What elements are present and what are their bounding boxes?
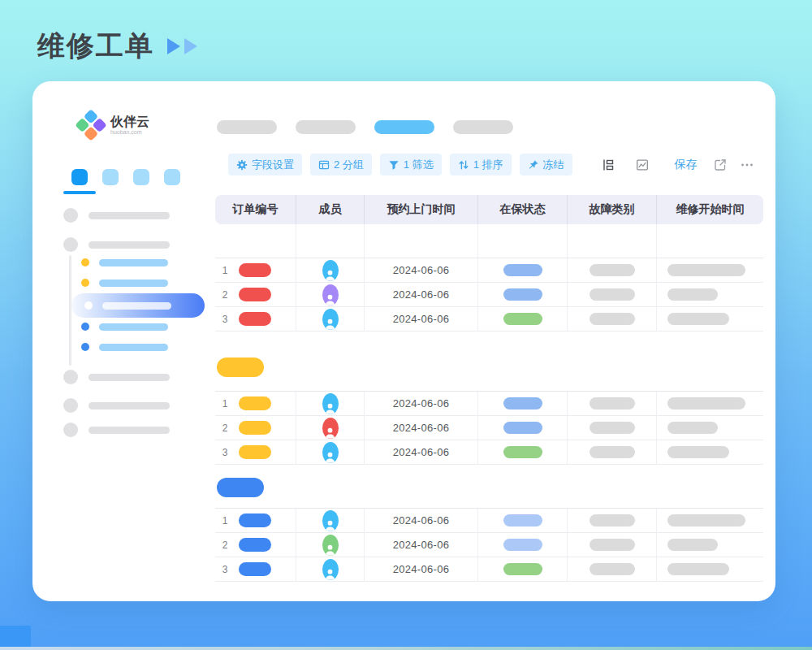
sidebar-skeleton-item	[63, 370, 170, 384]
sidebar-tab-2[interactable]	[102, 169, 119, 185]
main-area: 字段设置2 分组1 筛选1 排序冻结 保存 订单编号成员预约上门时间在保状态故障…	[215, 81, 763, 601]
member-avatar	[322, 260, 339, 281]
column-header[interactable]: 预约上门时间	[365, 195, 478, 224]
sidebar: 伙伴云 huoban.com	[32, 81, 215, 601]
brand-logo[interactable]: 伙伴云 huoban.com	[80, 114, 149, 136]
table-row[interactable]: 32024-06-06	[215, 557, 763, 582]
cell-warranty-status	[478, 509, 568, 532]
view-tab-pill-2[interactable]	[296, 120, 356, 134]
brand-domain: huoban.com	[110, 129, 149, 136]
start-time-pill	[667, 397, 745, 410]
cell-member	[296, 557, 365, 581]
view-tab-pill-4[interactable]	[453, 120, 513, 134]
table-row[interactable]: 12024-06-06	[215, 392, 763, 416]
table-row[interactable]: 22024-06-06	[215, 283, 763, 307]
cell-visit-time: 2024-06-06	[365, 416, 478, 440]
group-label: 2 分组	[334, 158, 364, 172]
play-icon	[184, 38, 197, 54]
cell-visit-time: 2024-06-06	[365, 509, 478, 532]
cell-member	[296, 509, 365, 532]
sort-button[interactable]: 1 排序	[450, 154, 512, 176]
order-pill	[239, 263, 271, 277]
save-button[interactable]: 保存	[670, 157, 702, 173]
row-number: 3	[222, 314, 228, 325]
row-number: 2	[222, 422, 228, 434]
group-header-pill[interactable]	[217, 358, 264, 377]
sidebar-skeleton-item	[63, 237, 170, 252]
tree-indent-line	[69, 255, 71, 366]
filter-button[interactable]: 1 筛选	[380, 154, 442, 176]
view-tab-pill-3[interactable]	[374, 120, 434, 134]
visit-date: 2024-06-06	[393, 563, 450, 575]
order-pill	[239, 312, 271, 326]
cell-order-number: 1	[215, 392, 296, 415]
sidebar-tree-item[interactable]	[81, 258, 168, 266]
visit-date: 2024-06-06	[393, 288, 450, 301]
sidebar-tab-1[interactable]	[71, 169, 88, 185]
filter-label: 1 筛选	[404, 158, 434, 172]
sidebar-tab-4[interactable]	[164, 169, 180, 185]
table-header-row: 订单编号成员预约上门时间在保状态故障类别维修开始时间	[215, 195, 763, 224]
sort-icon	[458, 159, 469, 171]
status-pill	[503, 446, 542, 458]
cell-fault-category	[568, 509, 657, 532]
chart-icon[interactable]	[636, 158, 649, 171]
table-row[interactable]: 12024-06-06	[215, 509, 763, 533]
row-height-icon[interactable]	[602, 158, 615, 171]
cell-order-number: 2	[215, 533, 296, 557]
cell-warranty-status	[478, 307, 568, 331]
sidebar-tree-item-selected[interactable]	[71, 293, 205, 318]
sidebar-skeleton-item	[63, 208, 170, 223]
member-avatar	[322, 559, 339, 580]
sidebar-skeleton-item	[63, 422, 170, 437]
cell-order-number: 3	[215, 557, 296, 581]
tree-item-dot	[84, 301, 93, 310]
status-pill	[503, 397, 542, 410]
cell-member	[296, 307, 365, 331]
sidebar-tree-item[interactable]	[81, 343, 168, 351]
order-pill	[239, 288, 271, 301]
active-tab-indicator	[63, 191, 96, 194]
cell-member	[296, 258, 365, 282]
row-number: 3	[222, 447, 228, 458]
group-icon	[318, 159, 330, 171]
tree-item-bar	[99, 259, 168, 266]
row-number: 1	[222, 265, 228, 276]
column-header[interactable]: 成员	[296, 195, 365, 224]
view-tab-pill-1[interactable]	[217, 120, 277, 134]
cell-fault-category	[568, 557, 657, 581]
column-header[interactable]: 在保状态	[478, 195, 568, 224]
row-number: 1	[222, 515, 228, 526]
table-row[interactable]: 22024-06-06	[215, 416, 763, 440]
fault-pill	[590, 397, 635, 410]
cell-repair-start	[657, 258, 763, 282]
row-number: 1	[222, 398, 228, 410]
column-header[interactable]: 故障类别	[568, 195, 657, 224]
table-row[interactable]: 22024-06-06	[215, 533, 763, 557]
freeze-button[interactable]: 冻结	[520, 154, 572, 176]
order-pill	[239, 421, 271, 435]
column-header[interactable]: 订单编号	[215, 195, 296, 224]
field-settings-button[interactable]: 字段设置	[228, 154, 302, 176]
start-time-pill	[667, 563, 729, 575]
column-header[interactable]: 维修开始时间	[657, 195, 763, 224]
more-icon[interactable]	[741, 158, 754, 171]
status-pill	[503, 514, 542, 526]
cell-fault-category	[568, 258, 657, 282]
cell-member	[296, 416, 365, 440]
share-icon[interactable]	[714, 158, 727, 171]
sidebar-tree-item[interactable]	[81, 323, 168, 331]
sidebar-tab-3[interactable]	[133, 169, 149, 185]
cell-repair-start	[657, 283, 763, 306]
visit-date: 2024-06-06	[393, 514, 450, 526]
group-button[interactable]: 2 分组	[310, 154, 372, 176]
sidebar-tree-item[interactable]	[81, 279, 168, 287]
table-row[interactable]: 12024-06-06	[215, 258, 763, 283]
group-header-row	[215, 224, 763, 258]
table-row[interactable]: 32024-06-06	[215, 307, 763, 332]
order-pill	[239, 514, 271, 527]
tree-item-bar	[99, 323, 168, 331]
group-header-pill[interactable]	[217, 478, 264, 497]
table-row[interactable]: 32024-06-06	[215, 440, 763, 465]
cell-repair-start	[657, 509, 763, 532]
